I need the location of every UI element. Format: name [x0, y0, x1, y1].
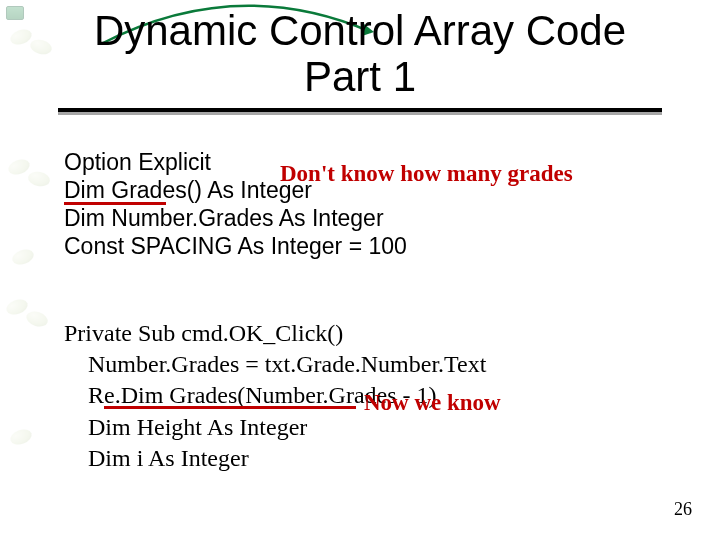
code-line: Number.Grades = txt.Grade.Number.Text: [64, 349, 684, 380]
page-number: 26: [674, 499, 692, 520]
code-line: Private Sub cmd.OK_Click(): [64, 318, 684, 349]
annotation-now-we-know: Now we know: [364, 388, 501, 418]
annotation-dont-know: Don't know how many grades: [280, 160, 573, 188]
code-block-2: Private Sub cmd.OK_Click() Number.Grades…: [64, 318, 684, 474]
code-line: Const SPACING As Integer = 100: [64, 232, 664, 260]
title-line-1: Dynamic Control Array Code: [94, 7, 626, 54]
code-block-1: Option Explicit Dim Grades() As Integer …: [64, 148, 664, 260]
title-line-2: Part 1: [304, 53, 416, 100]
slide-title: Dynamic Control Array Code Part 1: [0, 8, 720, 100]
red-underline-1: [64, 202, 166, 205]
slide: Dynamic Control Array Code Part 1 Option…: [0, 0, 720, 540]
code-line: Dim Number.Grades As Integer: [64, 204, 664, 232]
red-underline-2: [104, 406, 356, 409]
code-line: Dim i As Integer: [64, 443, 684, 474]
title-underline: [58, 108, 662, 112]
